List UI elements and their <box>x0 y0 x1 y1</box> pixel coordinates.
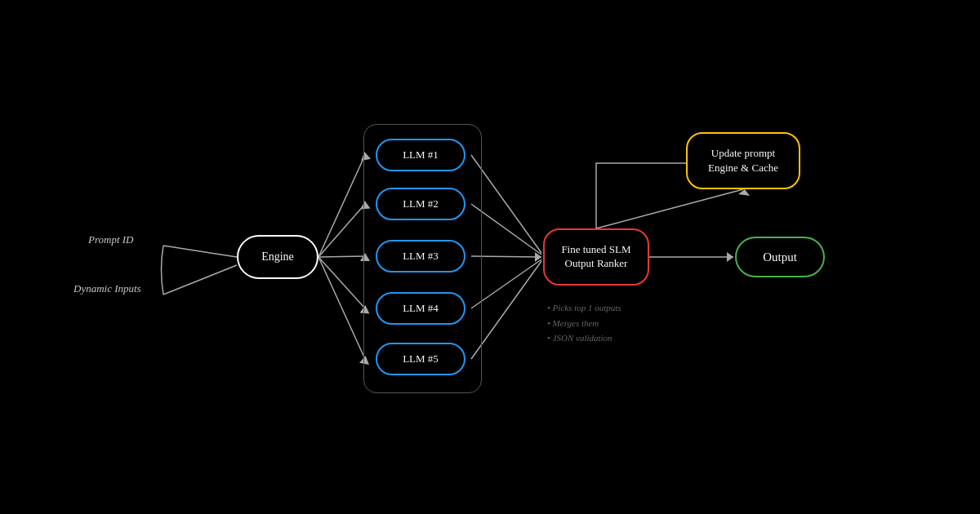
note-3: • JSON validation <box>547 330 621 346</box>
svg-line-12 <box>471 155 541 253</box>
llm-3-node: LLM #3 <box>376 240 466 273</box>
diagram-canvas: Prompt ID Dynamic Inputs Engine LLM #1 L… <box>0 0 980 514</box>
update-prompt-node: Update prompt Engine & Cache <box>686 132 800 189</box>
svg-marker-8 <box>360 200 371 209</box>
svg-line-13 <box>471 204 541 255</box>
prompt-id-label: Prompt ID <box>88 233 134 246</box>
svg-line-5 <box>318 257 365 308</box>
note-1: • Picks top 1 outputs <box>547 300 621 316</box>
engine-node: Engine <box>237 235 318 279</box>
llm-4-node: LLM #4 <box>376 292 466 325</box>
svg-line-3 <box>318 204 365 257</box>
llm-5-node: LLM #5 <box>376 343 466 375</box>
dynamic-inputs-label: Dynamic Inputs <box>74 282 141 295</box>
svg-line-16 <box>471 261 541 359</box>
svg-line-6 <box>318 257 365 359</box>
svg-line-15 <box>471 259 541 308</box>
svg-line-2 <box>318 155 365 257</box>
svg-marker-10 <box>359 304 370 313</box>
ranker-node: Fine tuned SLM Output Ranker <box>543 228 649 286</box>
svg-line-0 <box>163 246 237 257</box>
svg-line-14 <box>471 256 541 257</box>
svg-line-4 <box>318 256 365 257</box>
svg-marker-9 <box>360 253 370 261</box>
svg-line-1 <box>163 265 237 295</box>
llm-2-node: LLM #2 <box>376 188 466 220</box>
svg-marker-11 <box>359 355 371 365</box>
svg-marker-7 <box>359 151 371 161</box>
llm-1-node: LLM #1 <box>376 139 466 171</box>
output-node: Output <box>735 237 825 277</box>
note-2: • Merges them <box>547 316 621 331</box>
ranker-notes: • Picks top 1 outputs • Merges them • JS… <box>547 300 621 346</box>
diagram-svg <box>0 0 980 514</box>
svg-line-20 <box>596 189 743 228</box>
svg-marker-19 <box>727 252 733 262</box>
